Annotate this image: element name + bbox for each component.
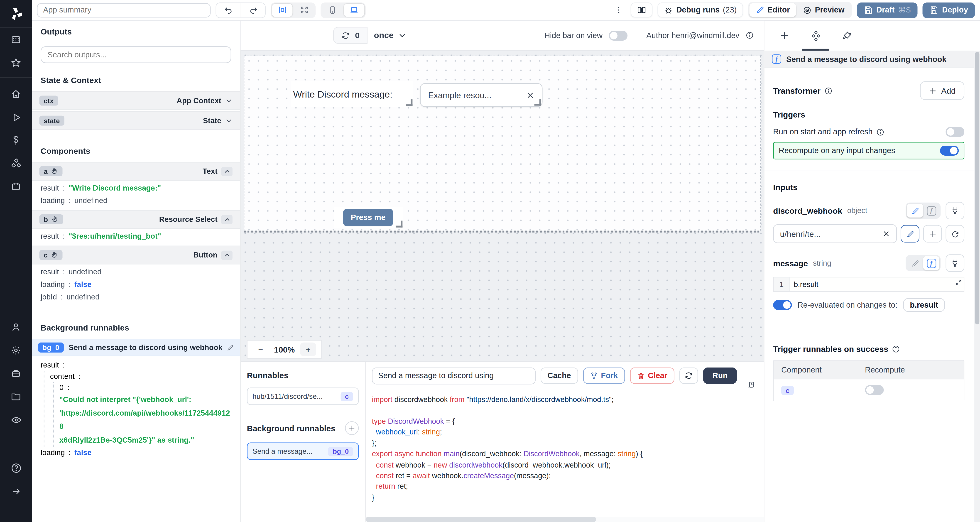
collapse-arrow-icon[interactable] <box>0 479 32 503</box>
message-expression-editor[interactable]: 1 b.result <box>773 277 964 292</box>
redo-button[interactable] <box>241 3 265 17</box>
recompute-toggle[interactable] <box>940 146 959 156</box>
comp-a-result: "Write Discord message:" <box>68 184 161 193</box>
expand-editor-icon[interactable] <box>955 279 963 286</box>
schedules-icon[interactable] <box>0 175 32 198</box>
docs-button[interactable] <box>631 3 652 18</box>
variables-icon[interactable] <box>0 129 32 152</box>
row-component-c[interactable]: c Button <box>32 246 240 264</box>
tab-preview[interactable]: Preview <box>796 3 851 17</box>
eval-mode-fx-icon[interactable]: f <box>923 204 939 218</box>
hide-bar-toggle[interactable] <box>609 30 628 40</box>
fullwidth-layout-icon[interactable] <box>294 3 314 17</box>
add-resource-button[interactable] <box>923 225 942 242</box>
tab-insert-component[interactable] <box>773 21 795 50</box>
resource-picker[interactable]: u/henri/te... <box>773 224 897 243</box>
clear-button[interactable]: Clear <box>630 368 674 384</box>
add-transformer-button[interactable]: Add <box>920 81 964 100</box>
tab-editor[interactable]: Editor <box>749 3 796 17</box>
run-button[interactable]: Run <box>703 368 737 384</box>
canvas-toolbar: 0 once Hide bar on view Author henri@win… <box>241 21 764 50</box>
search-outputs-input[interactable] <box>41 46 231 63</box>
canvas-grid-area[interactable]: Write Discord message: Example resou... … <box>243 56 760 231</box>
debug-runs-button[interactable]: Debug runs (23) <box>658 3 743 18</box>
editor-preview-toggle: Editor Preview <box>748 2 852 18</box>
refresh-resource-button[interactable] <box>945 225 964 242</box>
app-summary-input[interactable] <box>37 3 211 17</box>
more-menu-icon[interactable] <box>612 6 626 14</box>
runnable-name-input[interactable] <box>372 367 536 384</box>
eval-mode-fx-icon[interactable]: f <box>923 256 939 270</box>
folders-icon[interactable] <box>0 385 32 408</box>
collapse-b-button[interactable] <box>221 215 232 224</box>
mobile-view-icon[interactable] <box>322 3 342 17</box>
fork-button[interactable]: Fork <box>583 368 625 384</box>
reeval-toggle[interactable] <box>773 300 792 310</box>
clear-x-icon[interactable] <box>526 91 535 99</box>
tab-styling[interactable] <box>836 21 858 50</box>
code-editor[interactable]: import discordwebhook from "https://deno… <box>366 390 764 522</box>
resource-select-component[interactable]: Example resou... <box>420 83 542 107</box>
recompute-c-toggle[interactable] <box>865 385 884 395</box>
paintbrush-icon <box>842 30 852 41</box>
connect-plug-icon[interactable] <box>945 202 964 220</box>
refresh-code-button[interactable] <box>679 368 698 384</box>
connect-plug-icon[interactable] <box>945 254 964 272</box>
outputs-title: Outputs <box>41 27 231 36</box>
undo-button[interactable] <box>216 3 240 17</box>
run-on-start-toggle[interactable] <box>945 127 964 137</box>
edit-resource-button[interactable] <box>900 225 920 242</box>
info-icon <box>746 31 754 40</box>
draft-shortcut: ⌘S <box>898 6 911 14</box>
edit-pencil-icon[interactable] <box>227 344 234 351</box>
text-component-value: Write Discord message: <box>293 89 393 99</box>
tab-component-settings[interactable] <box>804 21 827 50</box>
row-state[interactable]: state State <box>32 111 240 130</box>
workers-icon[interactable] <box>0 362 32 385</box>
key: loading <box>41 448 65 457</box>
windmill-logo[interactable] <box>0 0 32 28</box>
comp-b-id: b <box>44 216 48 223</box>
refresh-count-box[interactable]: 0 <box>333 27 368 43</box>
runs-icon[interactable] <box>0 106 32 129</box>
app-canvas[interactable]: Write Discord message: Example resou... … <box>241 50 764 361</box>
right-scrollbar[interactable] <box>974 51 980 522</box>
recompute-label: Recompute on any input changes <box>779 146 895 155</box>
bg-runnable-item-selected[interactable]: Send a message... bg_0 <box>247 442 359 460</box>
row-component-b[interactable]: b Resource Select <box>32 210 240 229</box>
help-icon[interactable] <box>0 456 32 479</box>
code-hscrollbar[interactable] <box>366 517 764 522</box>
collapse-a-button[interactable] <box>221 167 232 176</box>
reeval-dependency-badge[interactable]: b.result <box>903 298 945 312</box>
clear-x-icon[interactable] <box>883 230 890 237</box>
user-icon[interactable] <box>0 315 32 339</box>
comp-c-loading: false <box>75 280 91 289</box>
deploy-button[interactable]: Deploy <box>923 2 975 18</box>
settings-gear-icon[interactable] <box>0 339 32 362</box>
bg0-error-line3: x6dRlyll2z1Be-3QC5m25'}" as string." <box>59 433 234 447</box>
zoom-out-button[interactable]: − <box>253 342 269 356</box>
copy-code-icon[interactable] <box>746 381 755 390</box>
desktop-view-icon[interactable] <box>344 3 364 17</box>
zoom-in-button[interactable]: + <box>300 342 316 356</box>
draft-button[interactable]: Draft ⌘S <box>857 2 918 18</box>
text-component[interactable]: Write Discord message: <box>291 81 413 107</box>
static-mode-pencil-icon[interactable] <box>907 204 923 218</box>
row-bg0[interactable]: bg_0 Send a message to discord using web… <box>32 339 240 356</box>
favorites-star-icon[interactable] <box>0 51 32 75</box>
row-ctx[interactable]: ctx App Context <box>32 91 240 110</box>
resources-icon[interactable] <box>0 152 32 175</box>
press-me-button[interactable]: Press me <box>343 209 393 226</box>
row-component-a[interactable]: a Text <box>32 162 240 181</box>
static-mode-pencil-icon[interactable] <box>907 256 923 270</box>
collapse-c-button[interactable] <box>221 250 232 259</box>
add-bg-runnable-button[interactable] <box>345 421 359 435</box>
cache-button[interactable]: Cache <box>541 368 578 384</box>
frequency-select[interactable]: once <box>374 30 406 40</box>
resource-select-value: Example resou... <box>428 90 492 100</box>
centered-layout-icon[interactable] <box>272 3 293 17</box>
logs-eye-icon[interactable] <box>0 408 32 431</box>
apps-icon[interactable] <box>0 28 32 51</box>
runnable-item-hub[interactable]: hub/1511/discord/se... c <box>247 388 359 405</box>
home-icon[interactable] <box>0 83 32 106</box>
